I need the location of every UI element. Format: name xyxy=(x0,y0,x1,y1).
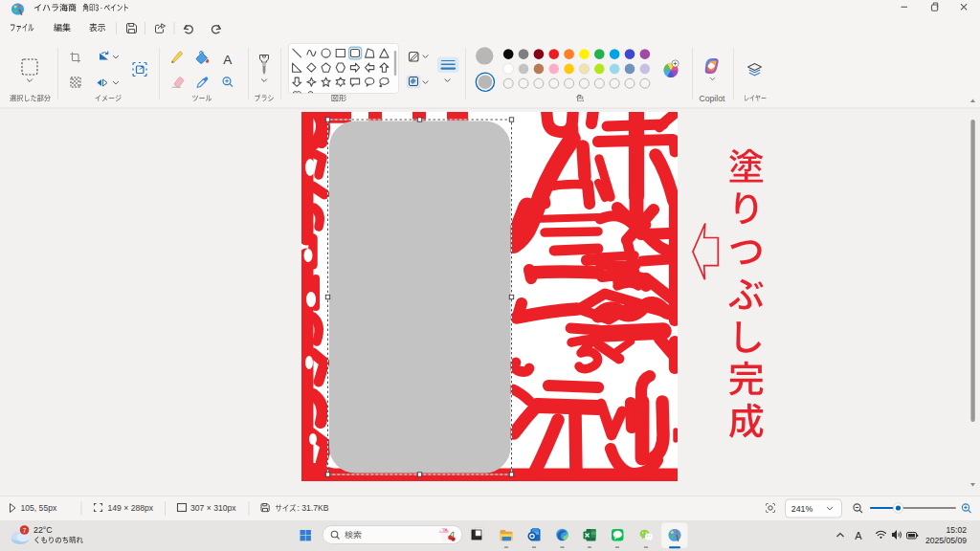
svg-text:2025/05/09: 2025/05/09 xyxy=(925,536,967,545)
svg-text:7: 7 xyxy=(23,527,27,534)
svg-text:A: A xyxy=(223,53,232,67)
svg-text:241%: 241% xyxy=(791,504,813,514)
svg-text:Copilot: Copilot xyxy=(700,94,725,103)
svg-text:15:02: 15:02 xyxy=(946,525,967,535)
svg-text:307 × 310px: 307 × 310px xyxy=(190,503,236,513)
svg-text:149 × 288px: 149 × 288px xyxy=(108,503,154,513)
svg-text:A: A xyxy=(855,530,862,541)
svg-text:: 31.7KB: : 31.7KB xyxy=(298,503,329,513)
svg-text:22°C: 22°C xyxy=(33,525,53,535)
svg-text:105, 55px: 105, 55px xyxy=(21,503,57,513)
